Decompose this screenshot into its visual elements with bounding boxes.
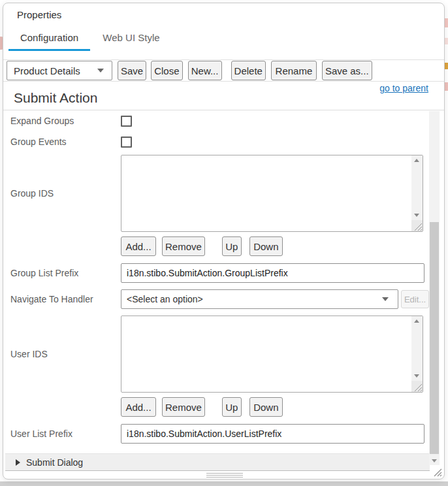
navigate-to-handler-row: Navigate To Handler <Select an option> E… (3, 289, 429, 309)
group-list-prefix-input[interactable] (121, 263, 424, 283)
user-list-prefix-label: User List Prefix (3, 429, 121, 439)
submit-dialog-section-header[interactable]: Submit Dialog (5, 453, 430, 471)
expand-groups-checkbox[interactable] (121, 116, 132, 127)
group-ids-textarea[interactable] (121, 155, 423, 232)
go-to-parent-link[interactable]: go to parent (379, 83, 428, 93)
user-ids-up-button[interactable]: Up (222, 397, 242, 417)
rename-button[interactable]: Rename (271, 61, 317, 80)
user-list-prefix-input[interactable] (121, 424, 424, 444)
scroll-up-icon[interactable] (414, 159, 419, 162)
user-list-prefix-row: User List Prefix (3, 424, 429, 444)
background-artifact (445, 38, 448, 44)
new-button[interactable]: New... (188, 61, 222, 80)
user-ids-remove-button[interactable]: Remove (162, 397, 205, 417)
vertical-scrollbar[interactable] (429, 111, 440, 465)
background-artifact (445, 18, 448, 27)
tab-web-ui-style[interactable]: Web UI Style (95, 32, 168, 49)
navigate-to-handler-label: Navigate To Handler (3, 294, 121, 304)
group-ids-scrollbar[interactable] (411, 155, 423, 220)
group-ids-row: Group IDS (3, 155, 429, 232)
edit-handler-button[interactable]: Edit... (401, 290, 429, 308)
expand-arrow-icon (16, 459, 20, 466)
scroll-down-icon[interactable] (414, 214, 419, 217)
close-button[interactable]: Close (151, 61, 182, 80)
properties-dialog: Properties Configuration Web UI Style Pr… (3, 3, 445, 479)
user-ids-scrollbar[interactable] (411, 316, 423, 381)
user-ids-add-button[interactable]: Add... (121, 397, 156, 417)
group-events-checkbox[interactable] (121, 137, 132, 148)
section-divider (3, 110, 444, 110)
scroll-up-icon[interactable] (414, 319, 419, 323)
resize-grip-icon[interactable] (411, 381, 423, 392)
vertical-scrollbar-thumb[interactable] (430, 222, 439, 454)
drag-handle-icon[interactable] (206, 473, 243, 479)
group-events-label: Group Events (3, 137, 121, 147)
background-artifact (445, 82, 448, 91)
background-page-strip (0, 481, 448, 486)
toolbar: Product Details Save Close New... Delete… (3, 59, 444, 82)
expand-groups-label: Expand Groups (3, 116, 121, 126)
chevron-down-icon (97, 69, 104, 73)
submit-dialog-section-label: Submit Dialog (26, 457, 83, 468)
group-ids-add-button[interactable]: Add... (121, 236, 156, 256)
dialog-title: Properties (17, 9, 61, 20)
group-list-prefix-row: Group List Prefix (3, 263, 429, 283)
section-heading: Submit Action (14, 90, 97, 106)
expand-groups-row: Expand Groups (3, 115, 429, 127)
group-ids-up-button[interactable]: Up (222, 236, 242, 256)
scroll-down-icon[interactable] (414, 374, 419, 378)
group-ids-remove-button[interactable]: Remove (162, 236, 205, 256)
group-ids-buttons-row: Add... Remove Up Down (3, 236, 429, 256)
configuration-select[interactable]: Product Details (7, 61, 112, 80)
user-ids-buttons-row: Add... Remove Up Down (3, 397, 429, 417)
group-list-prefix-label: Group List Prefix (3, 268, 121, 278)
user-ids-label: User IDS (3, 349, 121, 359)
scroll-down-icon[interactable] (432, 459, 437, 462)
group-ids-down-button[interactable]: Down (249, 236, 283, 256)
save-button[interactable]: Save (118, 61, 146, 80)
navigate-to-handler-select[interactable]: <Select an option> (121, 289, 398, 309)
navigate-to-handler-value: <Select an option> (127, 294, 203, 304)
resize-grip-icon[interactable] (411, 220, 423, 231)
group-events-row: Group Events (3, 136, 429, 148)
user-ids-textarea[interactable] (121, 316, 423, 393)
user-ids-row: User IDS (3, 316, 429, 393)
save-as-button[interactable]: Save as... (322, 61, 372, 80)
resize-grip-icon[interactable] (433, 468, 442, 477)
configuration-select-value: Product Details (14, 65, 80, 76)
group-ids-label: Group IDS (3, 188, 121, 199)
user-ids-down-button[interactable]: Down (249, 397, 283, 417)
tab-configuration[interactable]: Configuration (8, 32, 90, 51)
chevron-down-icon (382, 297, 389, 301)
background-artifact (445, 63, 448, 69)
delete-button[interactable]: Delete (231, 61, 266, 80)
